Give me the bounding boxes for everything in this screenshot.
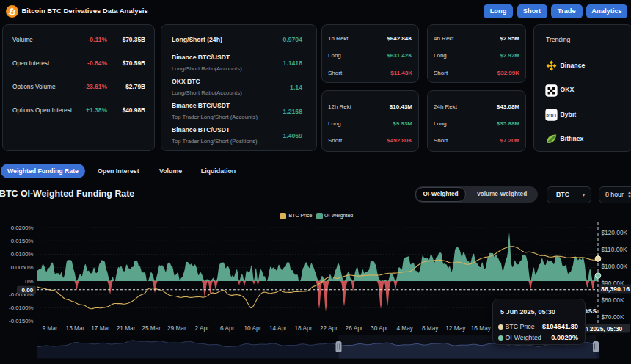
svg-text:4 May: 4 May [396,324,413,332]
svg-text:0%: 0% [25,278,33,285]
svg-text:18 Apr: 18 Apr [295,324,313,332]
svg-text:12 May: 12 May [445,324,466,332]
svg-text:0.0050%: 0.0050% [11,264,34,271]
svg-text:-0.00: -0.00 [20,287,34,294]
svg-text:-0.0150%: -0.0150% [9,318,33,324]
svg-text:0.0200%: 0.0200% [11,225,34,231]
svg-text:0.0150%: 0.0150% [11,238,34,244]
svg-text:16 May: 16 May [471,324,492,332]
svg-text:21 Mar: 21 Mar [117,324,136,332]
svg-text:25 Mar: 25 Mar [142,324,161,332]
svg-text:8 May: 8 May [422,324,439,332]
svg-text:86,390.16: 86,390.16 [601,285,630,293]
svg-text:$100.00K: $100.00K [602,263,628,270]
svg-text:0.0100%: 0.0100% [11,251,34,258]
svg-text:$70.00K: $70.00K [602,313,624,321]
svg-text:14 Apr: 14 Apr [269,324,287,332]
svg-text:6 Apr: 6 Apr [220,324,235,332]
svg-text:9 Mar: 9 Mar [42,324,57,332]
svg-text:30 Apr: 30 Apr [371,324,388,332]
svg-text:-0.0100%: -0.0100% [9,305,33,311]
svg-text:BYB!T: BYB!T [546,114,556,117]
svg-text:29 Mar: 29 Mar [167,324,186,332]
svg-text:$80.00K: $80.00K [602,296,624,304]
svg-text:17 Mar: 17 Mar [91,324,110,332]
svg-text:$110.00K: $110.00K [602,246,627,253]
svg-text:10 Apr: 10 Apr [244,324,261,332]
svg-text:22 Apr: 22 Apr [320,324,338,332]
svg-text:13 Mar: 13 Mar [66,324,85,332]
svg-text:26 Apr: 26 Apr [346,324,363,332]
svg-text:2 Apr: 2 Apr [195,324,210,332]
svg-text:$120.00K: $120.00K [602,229,628,236]
